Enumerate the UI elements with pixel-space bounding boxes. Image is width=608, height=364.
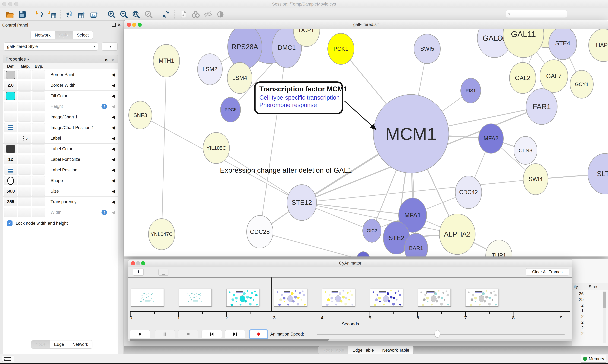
color-swatch[interactable]: [6, 145, 15, 153]
node-GAL2[interactable]: GAL2: [509, 62, 536, 94]
expand-row-icon[interactable]: ◀: [112, 91, 115, 101]
default-cell[interactable]: [4, 113, 17, 122]
property-row-width[interactable]: Widthi◀: [3, 207, 118, 218]
mapping-cell[interactable]: [18, 166, 31, 175]
new-table-button[interactable]: [77, 10, 86, 19]
node-SNF3[interactable]: SNF3: [128, 101, 152, 129]
expand-row-icon[interactable]: ◀: [112, 207, 115, 218]
expand-row-icon[interactable]: ◀: [112, 122, 115, 133]
collapse-all-icon[interactable]: «: [110, 59, 117, 62]
frame-thumbnail-7[interactable]: [466, 288, 498, 306]
frame-thumbnail-2[interactable]: [226, 288, 259, 306]
bypass-cell[interactable]: [32, 166, 45, 175]
mapping-cell[interactable]: [18, 102, 31, 111]
lock-size-checkbox[interactable]: ✓: [7, 221, 13, 226]
mapping-cell[interactable]: [18, 113, 31, 122]
playhead[interactable]: [271, 277, 272, 311]
tab-node[interactable]: Node: [31, 340, 50, 348]
close-icon[interactable]: [131, 261, 135, 265]
edge-STE12-MFA1[interactable]: [302, 203, 413, 215]
edge-STE12-SWI4[interactable]: [302, 179, 536, 203]
memory-button[interactable]: Memory: [581, 355, 607, 363]
node-YIL105C[interactable]: YIL105C: [203, 132, 230, 164]
expand-row-icon[interactable]: ◀: [112, 80, 115, 91]
frame-thumbnail-0[interactable]: [131, 288, 164, 306]
property-row-label-color[interactable]: Label Color◀: [3, 143, 118, 154]
node-STE12[interactable]: STE12: [287, 184, 317, 221]
edge-CDC28-bp[interactable]: [260, 232, 363, 257]
default-cell[interactable]: [4, 70, 17, 79]
discrete-mapping-icon[interactable]: ⋮›: [21, 135, 28, 141]
bypass-cell[interactable]: [32, 91, 45, 100]
table-cell[interactable]: 2: [570, 302, 584, 308]
float-panel-icon[interactable]: [112, 23, 116, 27]
import-network-button[interactable]: [35, 10, 44, 19]
tab-network[interactable]: Network: [68, 340, 92, 348]
bypass-cell[interactable]: [32, 208, 45, 217]
bypass-cell[interactable]: [32, 134, 45, 143]
save-session-button[interactable]: [18, 10, 27, 19]
default-cell[interactable]: 12: [4, 155, 17, 164]
frame-thumbnail-5[interactable]: [370, 288, 403, 306]
annotation-link[interactable]: Pheromone response: [259, 102, 338, 108]
pause-button[interactable]: [155, 330, 175, 338]
bypass-cell[interactable]: [32, 155, 45, 164]
table-cell[interactable]: 26: [570, 291, 584, 297]
scrollbar-thumb[interactable]: [603, 292, 606, 308]
network-canvas[interactable]: RPS28ADMC1DCP1PCK1SWI5GAL80GAL11STE4HAP2…: [124, 29, 608, 257]
close-icon[interactable]: [127, 23, 131, 27]
expand-row-icon[interactable]: ◀: [112, 154, 115, 165]
mapping-cell[interactable]: [18, 91, 31, 100]
property-row-image-chart-position-1[interactable]: Image/Chart Position 1◀: [3, 122, 118, 133]
expand-row-icon[interactable]: ◀: [112, 143, 115, 154]
node-MCM1[interactable]: MCM1: [373, 94, 449, 173]
bypass-cell[interactable]: [32, 81, 45, 90]
node-SWI5[interactable]: SWI5: [414, 34, 441, 64]
bypass-cell[interactable]: [32, 123, 45, 132]
default-cell[interactable]: 50.0: [4, 187, 17, 196]
default-cell[interactable]: [4, 91, 17, 100]
expand-row-icon[interactable]: ◀: [112, 69, 115, 80]
delete-frame-button[interactable]: [158, 269, 168, 276]
new-network-button[interactable]: [65, 10, 74, 19]
default-cell[interactable]: [4, 134, 17, 143]
add-frame-button[interactable]: +: [133, 268, 144, 276]
tab-node-table[interactable]: Node Table: [318, 346, 348, 354]
expand-row-icon[interactable]: ◀: [112, 165, 115, 175]
default-cell[interactable]: [4, 208, 17, 217]
property-row-image-chart-1[interactable]: Image/Chart 1◀: [3, 112, 118, 122]
expand-row-icon[interactable]: ◀: [112, 196, 115, 207]
bypass-cell[interactable]: [32, 187, 45, 196]
horizontal-scrollbar[interactable]: [128, 339, 572, 341]
node-GIC2[interactable]: GIC2: [362, 219, 381, 243]
mapping-cell[interactable]: [18, 197, 31, 206]
frame-thumbnail-1[interactable]: [179, 288, 211, 306]
minimize-icon[interactable]: [132, 23, 136, 27]
node-CDC28[interactable]: CDC28: [246, 215, 273, 248]
network-window-titlebar[interactable]: galFiltered.sif: [124, 20, 608, 29]
node-ALPHA2[interactable]: ALPHA2: [439, 214, 475, 255]
node-SWI4[interactable]: SWI4: [523, 163, 548, 195]
style-selector[interactable]: galFiltered Style ▾: [4, 42, 98, 51]
node-CLN3[interactable]: CLN3: [514, 136, 537, 165]
default-value[interactable]: 12: [8, 157, 13, 162]
zoom-out-button[interactable]: [119, 10, 128, 19]
table-cell[interactable]: 2: [570, 331, 584, 337]
edge-DMC1-CDC28[interactable]: [260, 48, 287, 232]
mapping-cell[interactable]: [18, 81, 31, 90]
skip-start-button[interactable]: [202, 330, 222, 338]
node-PDC5[interactable]: PDC5: [220, 97, 241, 122]
show-all-button[interactable]: [216, 10, 225, 19]
node-PCK1[interactable]: PCK1: [327, 33, 354, 65]
tab-edge-table[interactable]: Edge Table: [348, 346, 378, 354]
scrollbar-thumb[interactable]: [130, 339, 329, 341]
default-value[interactable]: 2.0: [8, 83, 14, 88]
mapping-cell[interactable]: [18, 176, 31, 185]
node-CDC42[interactable]: CDC42: [455, 176, 482, 209]
mapping-cell[interactable]: [18, 155, 31, 164]
color-swatch[interactable]: [6, 71, 15, 79]
frame-thumbnail-4[interactable]: [322, 288, 355, 306]
default-cell[interactable]: [4, 166, 17, 175]
frame-thumbnail-3[interactable]: [274, 288, 307, 306]
bypass-cell[interactable]: [32, 70, 45, 79]
